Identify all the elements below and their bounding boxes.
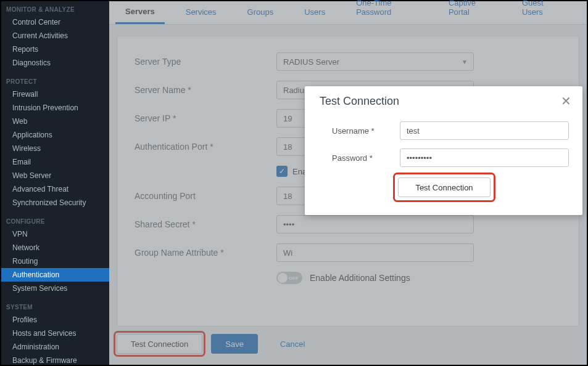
sidebar-item-authentication[interactable]: Authentication: [1, 268, 109, 282]
sidebar-item-applications[interactable]: Applications: [1, 128, 109, 142]
sidebar-item-synchronized-security[interactable]: Synchronized Security: [1, 196, 109, 209]
modal-test-connection-button[interactable]: Test Connection: [398, 177, 491, 197]
sidebar-item-administration[interactable]: Administration: [1, 340, 109, 354]
sidebar: MONITOR & ANALYZE Control Center Current…: [1, 1, 109, 365]
group-attr-input[interactable]: [276, 243, 474, 262]
save-button[interactable]: Save: [211, 334, 258, 354]
enable-accounting-checkbox[interactable]: ✓: [276, 166, 288, 177]
server-type-label: Server Type: [135, 57, 276, 67]
chevron-down-icon: ▼: [462, 59, 468, 65]
modal-title: Test Connection: [320, 95, 569, 108]
server-name-label: Server Name *: [135, 85, 276, 95]
auth-port-label: Authentication Port *: [135, 142, 276, 152]
sidebar-item-reports[interactable]: Reports: [1, 43, 109, 56]
sidebar-item-wireless[interactable]: Wireless: [1, 142, 109, 155]
modal-username-input[interactable]: [400, 121, 569, 140]
close-icon[interactable]: ✕: [561, 95, 571, 107]
server-ip-label: Server IP *: [135, 113, 276, 123]
modal-username-label: Username *: [332, 126, 400, 136]
sidebar-item-control-center[interactable]: Control Center: [1, 15, 109, 29]
cancel-button[interactable]: Cancel: [267, 334, 318, 354]
enable-additional-toggle[interactable]: OFF: [276, 272, 302, 284]
sidebar-item-firewall[interactable]: Firewall: [1, 87, 109, 101]
sidebar-item-web[interactable]: Web: [1, 115, 109, 128]
sidebar-item-routing[interactable]: Routing: [1, 254, 109, 268]
server-type-select[interactable]: [276, 52, 474, 71]
tab-captive-portal[interactable]: Captive Portal: [439, 0, 501, 24]
tab-servers[interactable]: Servers: [115, 1, 165, 24]
sidebar-item-hosts-services[interactable]: Hosts and Services: [1, 327, 109, 340]
sidebar-section-monitor: MONITOR & ANALYZE: [1, 2, 109, 15]
sidebar-item-vpn[interactable]: VPN: [1, 227, 109, 241]
test-connection-modal: Test Connection ✕ Username * Password * …: [305, 86, 582, 215]
tab-groups[interactable]: Groups: [238, 1, 284, 24]
sidebar-section-protect: PROTECT: [1, 75, 109, 87]
sidebar-item-system-services[interactable]: System Services: [1, 282, 109, 295]
group-attr-label: Group Name Attribute *: [135, 248, 276, 258]
sidebar-item-intrusion-prevention[interactable]: Intrusion Prevention: [1, 101, 109, 115]
tab-services[interactable]: Services: [176, 1, 226, 24]
tab-bar: Servers Services Groups Users One-Time P…: [109, 1, 587, 25]
modal-password-label: Password *: [332, 153, 400, 163]
sidebar-item-advanced-threat[interactable]: Advanced Threat: [1, 182, 109, 196]
footer-bar: Test Connection Save Cancel: [109, 327, 587, 365]
sidebar-item-backup-firmware[interactable]: Backup & Firmware: [1, 354, 109, 366]
shared-secret-input[interactable]: [276, 215, 474, 234]
tab-one-time-password[interactable]: One-Time Password: [346, 0, 428, 24]
sidebar-item-current-activities[interactable]: Current Activities: [1, 29, 109, 43]
sidebar-item-email[interactable]: Email: [1, 155, 109, 169]
shared-secret-label: Shared Secret *: [135, 219, 276, 229]
enable-additional-label: Enable Additional Settings: [310, 273, 410, 283]
sidebar-section-system: SYSTEM: [1, 300, 109, 313]
tab-users[interactable]: Users: [294, 1, 335, 24]
sidebar-item-profiles[interactable]: Profiles: [1, 313, 109, 327]
test-connection-button[interactable]: Test Connection: [117, 334, 202, 354]
accounting-port-label: Accounting Port: [135, 191, 276, 201]
sidebar-item-diagnostics[interactable]: Diagnostics: [1, 56, 109, 70]
sidebar-item-network[interactable]: Network: [1, 241, 109, 254]
modal-password-input[interactable]: [400, 148, 569, 167]
sidebar-section-configure: CONFIGURE: [1, 214, 109, 227]
sidebar-item-web-server[interactable]: Web Server: [1, 169, 109, 182]
tab-guest-users[interactable]: Guest Users: [512, 0, 569, 24]
